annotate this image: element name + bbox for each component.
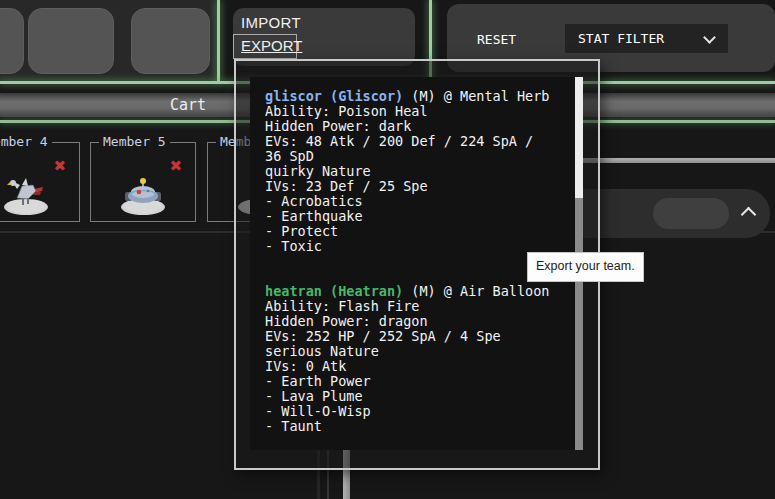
team-builder-app: IMPORT EXPORT RESET STAT FILTER Cart Mem… [0,0,775,499]
pokemon-item-suffix: (M) @ Mental Herb [403,88,549,104]
export-line: EVs: 252 HP / 252 SpA / 4 Spe [265,329,583,344]
export-line: - Earthquake [265,209,583,224]
export-line: - Earth Power [265,374,583,389]
export-line: Ability: Poison Heal [265,104,583,119]
export-line: Hidden Power: dark [265,119,583,134]
team-slot[interactable] [28,8,114,74]
dialog-scrollbar-thumb[interactable] [575,77,583,198]
export-line: IVs: 23 Def / 25 Spe [265,179,583,194]
export-tooltip: Export your team. [527,252,644,282]
pokemon-block: gliscor (Gliscor) (M) @ Mental Herb Abil… [265,89,583,254]
member-4-label: Member 4 [0,134,52,149]
skarmory-sprite [7,176,45,208]
pokemon-name: heatran (Heatran) [265,283,403,299]
member-4-box[interactable]: Member 4 ✖ [0,142,80,222]
team-slots-panel [0,0,219,81]
export-line: IVs: 0 Atk [265,359,583,374]
pokemon-header: gliscor (Gliscor) (M) @ Mental Herb [265,89,583,104]
export-line: Ability: Flash Fire [265,299,583,314]
export-line: EVs: 48 Atk / 200 Def / 224 SpA / [265,134,583,149]
export-line: 36 SpD [265,149,583,164]
pokemon-item-suffix: (M) @ Air Balloon [403,283,549,299]
remove-member-4-button[interactable]: ✖ [53,157,66,175]
export-button[interactable]: EXPORT [233,34,297,59]
remove-member-5-button[interactable]: ✖ [169,157,182,175]
team-slot[interactable] [0,8,24,74]
pokemon-name: gliscor (Gliscor) [265,88,403,104]
stat-filter-select[interactable]: STAT FILTER [565,24,728,53]
pokemon-header: heatran (Heatran) (M) @ Air Balloon [265,284,583,299]
pokemon-block: heatran (Heatran) (M) @ Air Balloon Abil… [265,284,583,434]
member-5-box[interactable]: Member 5 ✖ [90,142,196,222]
chevron-up-icon[interactable] [741,207,757,223]
export-line: - Acrobatics [265,194,583,209]
green-divider-vertical [217,0,220,81]
team-slot[interactable] [131,8,210,74]
import-export-panel: IMPORT EXPORT [233,8,415,66]
magnezone-sprite [124,177,162,208]
export-line: quirky Nature [265,164,583,179]
toggle-pill[interactable] [653,198,729,229]
export-line: Hidden Power: dragon [265,314,583,329]
stat-filter-label: STAT FILTER [578,31,664,46]
export-button-label: EXPORT [241,37,302,54]
export-line: - Taunt [265,419,583,434]
reset-button[interactable]: RESET [477,32,516,47]
member-5-label: Member 5 [99,134,170,149]
export-line: - Lava Plume [265,389,583,404]
export-line: - Will-O-Wisp [265,404,583,419]
chevron-down-icon [703,31,716,44]
import-button[interactable]: IMPORT [241,14,301,31]
export-line: - Protect [265,224,583,239]
export-line: serious Nature [265,344,583,359]
